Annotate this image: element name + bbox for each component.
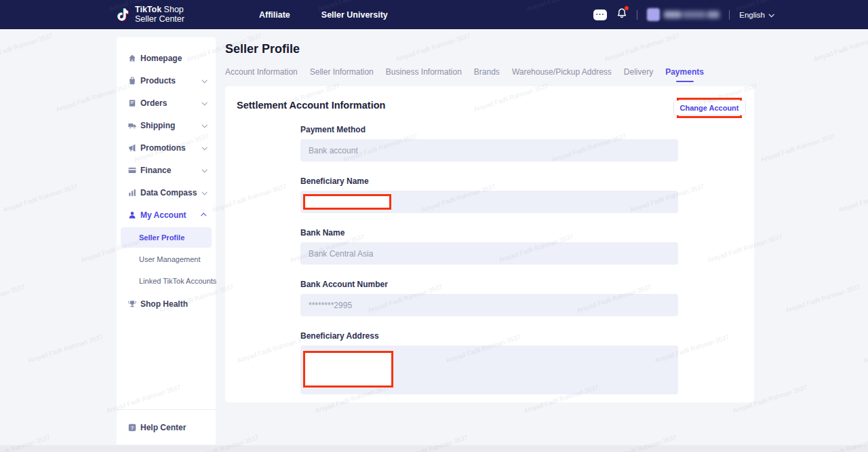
bar-chart-icon	[127, 188, 137, 197]
profile-tabs: Account Information Seller Information B…	[225, 67, 704, 82]
notifications-bell-icon[interactable]	[616, 7, 627, 22]
bank-name-value: Bank Central Asia	[309, 249, 373, 259]
blurred-username	[664, 11, 719, 18]
tiktok-shop-logo[interactable]: TikTok Shop Seller Center	[115, 5, 184, 23]
sidebar-item-orders[interactable]: Orders	[117, 92, 216, 114]
tiktok-note-icon	[115, 7, 130, 23]
tab-payments[interactable]: Payments	[665, 67, 704, 82]
field-label-beneficiary-name: Beneficiary Name	[300, 176, 678, 186]
person-icon	[127, 210, 137, 220]
sidebar-item-promotions[interactable]: Promotions	[117, 136, 216, 159]
tab-warehouse-pickup-address[interactable]: Warehouse/Pickup Address	[512, 67, 612, 82]
beneficiary-name-redaction-box	[303, 194, 391, 210]
page-title: Seller Profile	[225, 42, 300, 56]
sidebar-item-finance[interactable]: Finance	[117, 159, 216, 181]
shopping-bag-icon	[127, 76, 137, 86]
sidebar-item-data-compass[interactable]: Data Compass	[117, 181, 216, 204]
tab-business-information[interactable]: Business Information	[386, 67, 462, 82]
bank-account-number-value: ********2995	[309, 301, 352, 310]
sidebar-item-homepage[interactable]: Homepage	[117, 47, 216, 69]
settlement-account-card: Settlement Account Information Change Ac…	[225, 86, 754, 402]
sidebar: Homepage Products Orders Shipping Promot…	[117, 37, 216, 445]
tab-delivery[interactable]: Delivery	[624, 67, 653, 82]
home-icon	[127, 54, 137, 63]
chevron-down-icon	[201, 189, 207, 195]
messages-icon[interactable]: ···	[593, 10, 607, 20]
bank-account-number-field: ********2995	[300, 294, 678, 316]
sidebar-item-my-account[interactable]: My Account	[117, 204, 216, 226]
nav-link-seller-university[interactable]: Seller University	[321, 10, 388, 20]
top-navbar: TikTok Shop Seller Center Affiliate Sell…	[0, 0, 868, 29]
payment-method-value: Bank account	[309, 146, 358, 155]
change-account-annotation-box: Change Account	[677, 98, 742, 118]
payment-method-field: Bank account	[300, 139, 678, 162]
chevron-down-icon	[201, 122, 207, 128]
notification-dot	[625, 6, 629, 10]
svg-text:?: ?	[131, 424, 134, 430]
chevron-down-icon	[201, 100, 207, 105]
credit-card-icon	[127, 166, 137, 175]
tab-seller-information[interactable]: Seller Information	[310, 67, 374, 82]
beneficiary-name-field	[300, 191, 678, 213]
orders-icon	[127, 98, 137, 108]
sidebar-subitem-seller-profile[interactable]: Seller Profile	[121, 227, 212, 248]
settlement-fields: Payment Method Bank account Beneficiary …	[300, 125, 678, 409]
chevron-down-icon	[201, 77, 207, 83]
truck-icon	[127, 121, 137, 130]
chevron-down-icon	[201, 167, 207, 172]
field-label-payment-method: Payment Method	[300, 125, 678, 134]
sidebar-subitem-user-management[interactable]: User Management	[121, 249, 212, 269]
tab-account-information[interactable]: Account Information	[225, 67, 298, 82]
sidebar-subitem-linked-tiktok-accounts[interactable]: Linked TikTok Accounts	[121, 271, 212, 291]
divider	[729, 10, 730, 20]
divider	[637, 10, 637, 20]
bottom-edge-band	[0, 445, 868, 452]
chevron-down-icon	[201, 145, 207, 150]
sidebar-item-shop-health[interactable]: Shop Health	[117, 293, 216, 315]
user-account-chip[interactable]	[647, 8, 719, 21]
nav-link-affiliate[interactable]: Affiliate	[259, 10, 290, 20]
card-heading: Settlement Account Information	[237, 100, 385, 111]
sidebar-item-shipping[interactable]: Shipping	[117, 114, 216, 136]
avatar	[647, 8, 660, 21]
field-label-bank-account-number: Bank Account Number	[300, 280, 678, 289]
bank-name-field: Bank Central Asia	[300, 242, 678, 265]
beneficiary-address-field	[300, 345, 678, 394]
chevron-down-icon	[768, 12, 774, 17]
megaphone-icon	[127, 143, 137, 153]
help-icon: ?	[127, 423, 137, 432]
field-label-beneficiary-address: Beneficiary Address	[300, 331, 678, 341]
field-label-bank-name: Bank Name	[300, 228, 678, 238]
change-account-button[interactable]: Change Account	[673, 100, 746, 115]
sidebar-item-help-center[interactable]: ? Help Center	[127, 416, 186, 438]
brand-text: TikTok Shop Seller Center	[135, 5, 184, 23]
beneficiary-address-redaction-box	[303, 351, 393, 388]
language-selector[interactable]: English	[739, 11, 773, 19]
trophy-icon	[127, 299, 137, 309]
sidebar-item-products[interactable]: Products	[117, 69, 216, 92]
tab-brands[interactable]: Brands	[474, 67, 500, 82]
